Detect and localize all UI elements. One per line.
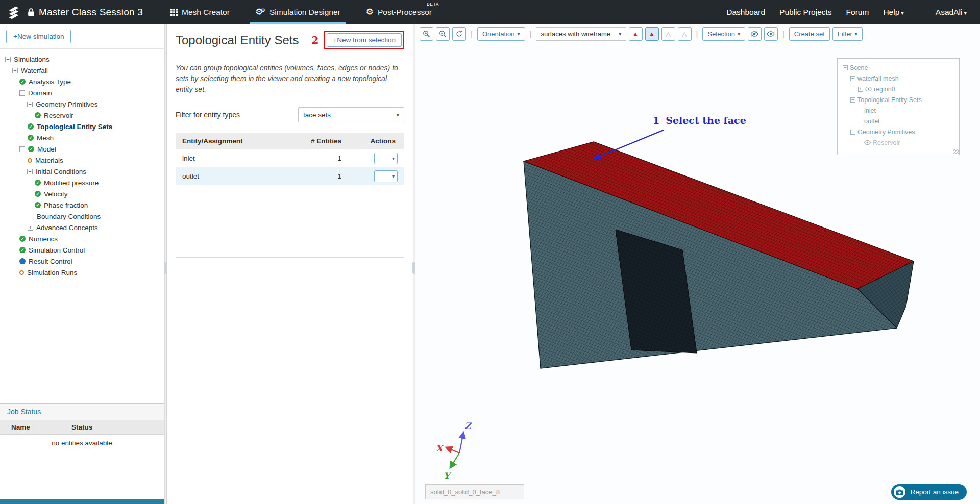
- scene-item-waterfall-mesh[interactable]: waterfall mesh: [840, 73, 957, 84]
- tree-item-label: Modified pressure: [44, 179, 99, 187]
- tree-item-result-control[interactable]: Result Control: [0, 256, 164, 267]
- entity-set-row-outlet[interactable]: outlet1▾: [176, 167, 404, 185]
- tree-item-velocity[interactable]: Velocity: [0, 188, 164, 199]
- tree-item-simulation-control[interactable]: Simulation Control: [0, 244, 164, 256]
- expand-icon[interactable]: [28, 225, 33, 231]
- zoom-out-button[interactable]: [436, 27, 450, 41]
- display-toggle-outline-1-button[interactable]: △: [662, 27, 675, 41]
- nav-link-dashboard[interactable]: Dashboard: [726, 8, 765, 17]
- scene-item-label: waterfall mesh: [857, 75, 899, 82]
- sidebar: +New simulation SimulationsWaterfallAnal…: [0, 24, 164, 504]
- toolbar-separator: |: [530, 30, 532, 38]
- eye-icon[interactable]: [865, 87, 872, 91]
- collapse-icon[interactable]: [19, 146, 25, 152]
- entity-set-row-inlet[interactable]: inlet1▾: [176, 149, 404, 167]
- settings-panel: Topological Entity Sets 2 +New from sele…: [167, 24, 413, 504]
- tree-item-model[interactable]: Model: [0, 143, 164, 155]
- column-entity-assignment: Entity/Assignment: [182, 137, 295, 145]
- tree-item-label: Analysis Type: [29, 78, 71, 86]
- collapse-icon[interactable]: [12, 68, 18, 73]
- tree-item-phase-fraction[interactable]: Phase fraction: [0, 199, 164, 211]
- selection-dropdown[interactable]: Selection ▾: [702, 27, 745, 41]
- eye-icon[interactable]: [864, 140, 871, 145]
- viewer-tooltip: solid_0_solid_0_face_8: [425, 484, 524, 499]
- hide-selection-button[interactable]: [748, 27, 762, 41]
- tree-item-mesh[interactable]: Mesh: [0, 132, 164, 143]
- entity-type-select[interactable]: face sets ▾: [298, 107, 404, 122]
- tree-item-simulations[interactable]: Simulations: [0, 54, 164, 65]
- collapse-icon[interactable]: [843, 65, 848, 70]
- viewer-3d[interactable]: X Y Z | Orientation ▾ | surfaces wi: [415, 24, 980, 504]
- orientation-dropdown[interactable]: Orientation ▾: [477, 27, 525, 41]
- column-actions: Actions: [349, 137, 398, 145]
- nav-link-public-projects[interactable]: Public Projects: [779, 8, 832, 17]
- filter-label: Filter: [838, 30, 852, 38]
- scene-item-outlet[interactable]: outlet: [840, 116, 957, 127]
- page-body: +New simulation SimulationsWaterfallAnal…: [0, 24, 980, 504]
- nav-link-forum[interactable]: Forum: [846, 8, 869, 17]
- scene-item-geometry-primitives[interactable]: Geometry Primitives: [840, 127, 957, 137]
- render-mode-select[interactable]: surfaces with wireframe ▾: [536, 27, 626, 41]
- orientation-label: Orientation: [482, 30, 515, 38]
- display-toggle-solid-button[interactable]: ▲: [629, 27, 643, 41]
- tree-item-domain[interactable]: Domain: [0, 87, 164, 98]
- tree-item-geometry-primitives[interactable]: Geometry Primitives: [0, 98, 164, 110]
- triangle-solid-icon: ▲: [649, 31, 655, 37]
- job-column-name: Name: [11, 423, 71, 431]
- scene-item-reservoir[interactable]: Reservoir: [840, 137, 957, 148]
- check-icon: [28, 146, 34, 152]
- tree-item-label: Simulation Control: [29, 246, 85, 254]
- tree-item-modified-pressure[interactable]: Modified pressure: [0, 177, 164, 188]
- row-actions-dropdown[interactable]: ▾: [374, 153, 398, 164]
- show-selection-button[interactable]: [764, 27, 778, 41]
- toolbar-separator: |: [696, 30, 698, 38]
- help-menu[interactable]: Help: [883, 8, 903, 17]
- tab-mesh-creator[interactable]: Mesh Creator: [167, 0, 233, 24]
- tree-item-advanced-concepts[interactable]: Advanced Concepts: [0, 222, 164, 233]
- tree-item-reservoir[interactable]: Reservoir: [0, 110, 164, 121]
- tab-simulation-designer[interactable]: ⚙⚙Simulation Designer: [252, 0, 344, 24]
- annotation-step-2: 2: [311, 34, 318, 46]
- scene-item-region0[interactable]: region0: [840, 84, 957, 94]
- row-actions-dropdown[interactable]: ▾: [374, 170, 398, 182]
- job-status-panel: Job Status Name Status no entities avail…: [0, 403, 164, 504]
- collapse-icon[interactable]: [850, 97, 855, 103]
- scene-item-inlet[interactable]: inlet: [840, 105, 957, 116]
- collapse-icon[interactable]: [850, 76, 855, 81]
- tree-item-simulation-runs[interactable]: Simulation Runs: [0, 267, 164, 278]
- tree-item-materials[interactable]: Materials: [0, 155, 164, 166]
- tree-item-analysis-type[interactable]: Analysis Type: [0, 76, 164, 87]
- collapse-icon[interactable]: [27, 102, 33, 107]
- refresh-view-button[interactable]: [452, 27, 466, 41]
- filter-dropdown[interactable]: Filter ▾: [832, 27, 863, 41]
- create-set-button[interactable]: Create set: [789, 27, 830, 41]
- new-simulation-button[interactable]: +New simulation: [6, 30, 71, 43]
- tab-post-processor[interactable]: ⚙Post-ProcessorBETA: [363, 0, 435, 24]
- panel-header: Topological Entity Sets 2 +New from sele…: [167, 24, 413, 56]
- horizontal-scrollbar[interactable]: [0, 499, 164, 504]
- tree-item-topological-entity-sets[interactable]: Topological Entity Sets: [0, 121, 164, 132]
- simscale-logo-icon[interactable]: [5, 4, 22, 21]
- collapse-icon[interactable]: [850, 130, 855, 135]
- report-issue-button[interactable]: Report an issue: [891, 484, 967, 500]
- tree-item-boundary-conditions[interactable]: Boundary Conditions: [0, 211, 164, 222]
- user-menu[interactable]: AsadAli: [936, 8, 967, 17]
- toolbar-separator: |: [782, 30, 785, 38]
- axis-x-label: X: [436, 443, 444, 453]
- collapse-icon[interactable]: [27, 169, 33, 174]
- scene-item-topological-entity-sets[interactable]: Topological Entity Sets: [840, 94, 957, 105]
- scene-item-scene[interactable]: Scene: [840, 62, 957, 73]
- annotation-text: Select the face: [666, 115, 746, 126]
- tree-item-initial-conditions[interactable]: Initial Conditions: [0, 166, 164, 177]
- collapse-icon[interactable]: [5, 57, 11, 62]
- expand-icon[interactable]: [858, 87, 863, 92]
- new-from-selection-button[interactable]: +New from selection: [327, 33, 402, 47]
- tree-item-waterfall[interactable]: Waterfall: [0, 65, 164, 76]
- check-icon: [35, 191, 41, 197]
- collapse-icon[interactable]: [19, 90, 25, 96]
- tree-item-numerics[interactable]: Numerics: [0, 233, 164, 244]
- check-icon: [19, 236, 26, 242]
- display-toggle-selected-button[interactable]: ▲: [645, 27, 659, 41]
- zoom-in-button[interactable]: [420, 27, 433, 41]
- display-toggle-outline-2-button[interactable]: △: [678, 27, 692, 41]
